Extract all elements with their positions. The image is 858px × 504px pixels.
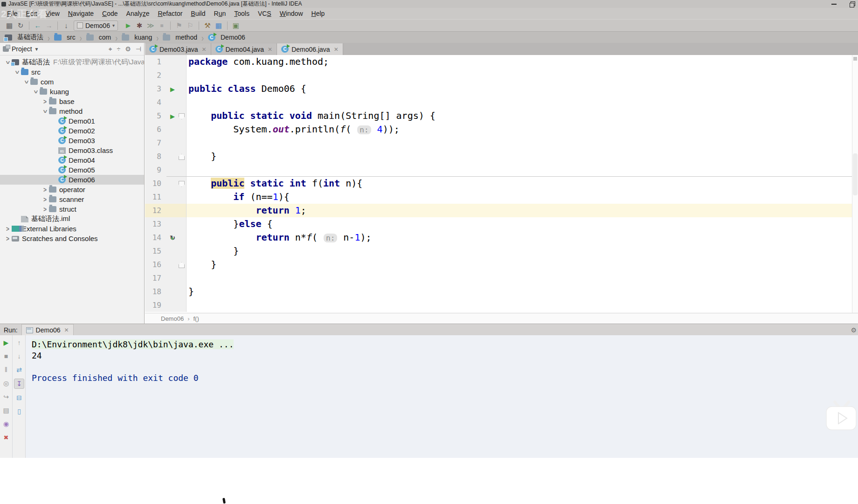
code-line-3[interactable]: 3▶public class Demo06 { (145, 82, 858, 96)
tree-item-struct[interactable]: >struct (0, 204, 144, 214)
code-line-7[interactable]: 7 (145, 136, 858, 150)
gear-icon[interactable]: ⚙ (851, 326, 858, 334)
forward-icon[interactable]: → (43, 21, 55, 31)
breadcrumb-item-demo06[interactable]: CDemo06 (207, 34, 246, 41)
tree-item-demo02[interactable]: CDemo02 (0, 126, 144, 136)
menu-item-build[interactable]: Build (187, 9, 209, 18)
hide-panel-icon[interactable]: ⊣ (136, 45, 141, 53)
flag1-icon[interactable]: ⚑ (173, 21, 185, 31)
code-line-18[interactable]: 18} (145, 285, 858, 298)
editor-tab-demo04.java[interactable]: CDemo04.java✕ (211, 43, 277, 55)
locate-icon[interactable]: ⌖ (109, 45, 112, 53)
tree-item-demo03.class[interactable]: 01Demo03.class (0, 145, 144, 155)
chevron-down-icon[interactable]: ▼ (35, 47, 39, 52)
editor-breadcrumb-item[interactable]: Demo06 (161, 315, 184, 322)
scrollend-icon[interactable]: ↧ (14, 379, 24, 389)
plugins-icon[interactable]: ▣ (230, 21, 242, 31)
breadcrumb-item-method[interactable]: method (162, 34, 198, 41)
console-settings-icon[interactable]: ▤ (1, 406, 11, 415)
menu-item-window[interactable]: Window (276, 9, 307, 18)
menu-item-code[interactable]: Code (98, 9, 122, 18)
rerun-icon[interactable]: ▶ (1, 338, 11, 347)
editor-tab-demo06.java[interactable]: CDemo06.java✕ (277, 43, 343, 55)
code-line-10[interactable]: 10 public static int f(int n){ (145, 177, 858, 190)
run-line-icon[interactable]: ▶ (170, 113, 175, 120)
save-icon[interactable]: ▦ (4, 21, 15, 31)
code-line-12[interactable]: 12 return 1; (145, 204, 858, 217)
tree-item-demo06[interactable]: CDemo06 (0, 175, 144, 185)
code-line-16[interactable]: 16 } (145, 258, 858, 271)
tree-item-com[interactable]: >com (0, 77, 144, 87)
synchronize-icon[interactable]: ↻ (15, 21, 26, 31)
editor-tab-demo03.java[interactable]: CDemo03.java✕ (145, 43, 211, 55)
close-icon[interactable]: ✕ (268, 46, 272, 53)
menu-item-help[interactable]: Help (307, 9, 329, 18)
tree-item-base[interactable]: >base (0, 97, 144, 106)
breadcrumb-item-kuang[interactable]: kuang (121, 34, 153, 41)
up-icon[interactable]: ↑ (14, 338, 24, 347)
pin-icon[interactable]: ◉ (1, 419, 11, 428)
code-line-15[interactable]: 15 } (145, 244, 858, 258)
menu-item-refactor[interactable]: Refactor (153, 9, 187, 18)
editor-breadcrumb-item[interactable]: f() (193, 315, 199, 322)
run-configuration-select[interactable]: Demo06▾ (74, 21, 118, 31)
code-line-4[interactable]: 4 (145, 96, 858, 109)
code-line-13[interactable]: 13 }else { (145, 217, 858, 231)
tree-item-operator[interactable]: >operator (0, 185, 144, 194)
editor-scrollbar[interactable] (852, 55, 858, 313)
menu-item-run[interactable]: Run (210, 9, 230, 18)
project-panel-title[interactable]: Project (12, 45, 32, 53)
code-line-17[interactable]: 17 (145, 271, 858, 285)
tree-item-src[interactable]: >src (0, 67, 144, 77)
restore-icon[interactable]: ⇄ (14, 365, 24, 374)
chevron-expanded-icon[interactable]: > (41, 107, 49, 115)
code-line-6[interactable]: 6 System.out.println(f( n: 4)); (145, 123, 858, 136)
tree-item-demo01[interactable]: CDemo01 (0, 116, 144, 126)
sort-lines-icon[interactable]: ↓ (61, 21, 72, 31)
chevron-collapsed-icon[interactable]: > (4, 225, 12, 233)
tree-item-kuang[interactable]: >kuang (0, 87, 144, 97)
fold-end-marker[interactable] (179, 154, 185, 160)
dump-icon[interactable]: ◎ (1, 379, 11, 388)
chevron-collapsed-icon[interactable]: > (4, 235, 12, 243)
code-line-8[interactable]: 8 } (145, 150, 858, 163)
menu-item-vcs[interactable]: VCS (254, 9, 276, 18)
collapse-all-icon[interactable]: ÷ (117, 45, 121, 53)
project-structure-icon[interactable]: ▦ (213, 21, 224, 31)
run-line-icon[interactable]: ▶ (170, 86, 175, 93)
tree-item-demo05[interactable]: CDemo05 (0, 165, 144, 175)
code-line-19[interactable]: 19 (145, 298, 858, 312)
code-line-14[interactable]: 14↻ return n*f( n: n-1); (145, 231, 858, 244)
code-line-1[interactable]: 1package com.kuang.method; (145, 55, 858, 69)
stop-icon[interactable]: ■ (156, 21, 167, 31)
run-icon[interactable]: ▶ (123, 21, 134, 31)
chevron-collapsed-icon[interactable]: > (41, 205, 49, 214)
fold-start-marker[interactable] (179, 181, 185, 187)
tree-item-demo04[interactable]: CDemo04 (0, 155, 144, 165)
code-line-5[interactable]: 5▶ public static void main(String[] args… (145, 109, 858, 123)
code-editor[interactable]: 1package com.kuang.method;23▶public clas… (145, 55, 858, 313)
minimize-button[interactable] (831, 1, 837, 7)
menu-item-analyze[interactable]: Analyze (122, 9, 154, 18)
debug-icon[interactable]: ✱ (134, 21, 145, 31)
back-icon[interactable]: ← (32, 21, 43, 31)
attach-icon[interactable]: ↪ (1, 392, 11, 401)
scrollbar-thumb[interactable] (853, 153, 858, 195)
settings-icon[interactable]: ⚒ (202, 21, 213, 31)
pause-icon[interactable]: ‖ (1, 365, 11, 374)
run-tab[interactable]: Demo06 ✕ (21, 324, 74, 336)
chevron-expanded-icon[interactable]: > (13, 68, 21, 76)
tree-item-demo03[interactable]: CDemo03 (0, 136, 144, 145)
code-line-11[interactable]: 11 if (n==1){ (145, 190, 858, 204)
chevron-expanded-icon[interactable]: > (32, 88, 40, 96)
settings-gear-icon[interactable]: ⚙ (125, 45, 131, 53)
chevron-collapsed-icon[interactable]: > (41, 97, 49, 106)
tree-item-scratches and consoles[interactable]: >Scratches and Consoles (0, 234, 144, 243)
close-icon[interactable]: ✖ (1, 433, 11, 442)
close-icon[interactable]: ✕ (64, 327, 69, 333)
code-line-2[interactable]: 2 (145, 69, 858, 82)
chevron-collapsed-icon[interactable]: > (41, 186, 49, 194)
tree-item-基础语法[interactable]: >基础语法F:\班级管理\网课班\代码\JavaSE\基础语法 (0, 57, 144, 67)
down-icon[interactable]: ↓ (14, 352, 24, 361)
chevron-expanded-icon[interactable]: > (22, 78, 31, 86)
